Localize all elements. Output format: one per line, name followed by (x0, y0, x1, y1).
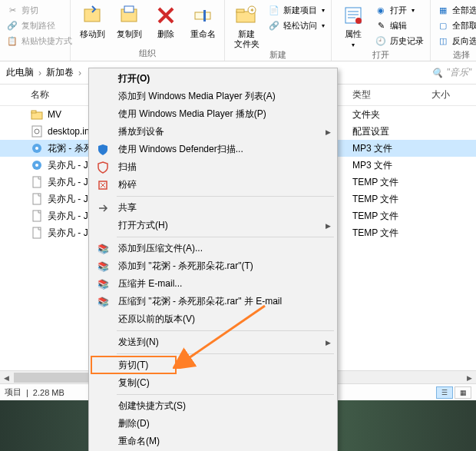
open-icon: ◉ (375, 5, 387, 17)
scroll-right-icon[interactable]: ▶ (463, 371, 476, 384)
select-group-label: 选择 (434, 49, 476, 62)
cm-open[interactable]: 打开(O) (91, 70, 336, 88)
cm-send-to[interactable]: 发送到(N)▶ (91, 333, 336, 351)
chevron-right-icon: ▶ (326, 222, 331, 230)
cm-previous-versions[interactable]: 还原以前的版本(V) (91, 310, 336, 328)
properties-button[interactable]: 属性▾ (335, 2, 372, 51)
cm-create-shortcut[interactable]: 创建快捷方式(S) (91, 397, 336, 415)
history-button[interactable]: 🕘历史记录 (373, 34, 425, 48)
file-type-icon (31, 176, 43, 188)
separator (117, 196, 334, 197)
file-type-cell: MP3 文件 (342, 157, 476, 174)
select-all-label: 全部选择 (452, 5, 476, 16)
cm-copy[interactable]: 复制(C) (91, 374, 336, 392)
breadcrumb-pc[interactable]: 此电脑 (5, 66, 35, 79)
invert-selection-button[interactable]: ◫反向选择 (435, 34, 476, 48)
cm-add-wmp[interactable]: 添加到 Windows Media Player 列表(A) (91, 88, 336, 105)
select-none-label: 全部取消 (452, 20, 476, 32)
column-size[interactable]: 大小 (430, 88, 476, 101)
cm-shred[interactable]: 粉碎 (91, 176, 336, 194)
move-to-label: 移动到 (80, 29, 105, 39)
copy-to-icon (117, 3, 141, 28)
new-item-label: 新建项目 (283, 5, 317, 16)
invert-label: 反向选择 (452, 35, 476, 47)
select-none-button[interactable]: ▢全部取消 (435, 18, 476, 33)
cm-play-wmp[interactable]: 使用 Windows Media Player 播放(P) (91, 105, 336, 123)
delete-button[interactable]: 删除 (147, 2, 184, 41)
separator (117, 330, 334, 331)
rar-icon: 📚 (95, 259, 111, 274)
ribbon-group-open: 属性▾ ◉打开▾ ✎编辑 🕘历史记录 打开 (332, 0, 431, 61)
ribbon: ✂剪切 🔗复制路径 📋粘贴快捷方式 移动到 复制到 删除 重命名 (0, 0, 476, 61)
rename-button[interactable]: 重命名 (184, 2, 221, 41)
cm-share[interactable]: 共享 (91, 199, 336, 217)
svg-point-10 (355, 18, 362, 24)
breadcrumb-volume[interactable]: 新加卷 (45, 66, 75, 79)
cm-open-with[interactable]: 打开方式(H)▶ (91, 217, 336, 234)
shred-icon (95, 177, 111, 193)
file-type-cell: TEMP 文件 (342, 174, 476, 191)
ribbon-group-clipboard: ✂剪切 🔗复制路径 📋粘贴快捷方式 (0, 0, 71, 61)
scissors-icon: ✂ (6, 5, 18, 17)
new-folder-button[interactable]: ✦ 新建 文件夹 (228, 2, 265, 51)
column-type[interactable]: 类型 (342, 88, 430, 101)
scroll-left-icon[interactable]: ◀ (0, 371, 13, 384)
file-type-icon (31, 108, 43, 121)
copy-path-label: 复制路径 (21, 20, 55, 32)
cm-add-archive[interactable]: 📚添加到压缩文件(A)... (91, 240, 336, 257)
ribbon-group-organize: 移动到 复制到 删除 重命名 组织 (71, 0, 225, 61)
svg-rect-3 (195, 12, 210, 19)
chevron-right-icon: ▶ (326, 128, 331, 136)
easy-access-button[interactable]: 🔗轻松访问▾ (266, 18, 326, 33)
shield-scan-icon (95, 160, 111, 175)
paste-shortcut-icon: 📋 (6, 35, 18, 48)
cm-compress-email[interactable]: 📚压缩并 E-mail... (91, 275, 336, 293)
cm-cast[interactable]: 播放到设备▶ (91, 123, 336, 141)
view-details-button[interactable]: ☰ (436, 386, 453, 399)
search-box[interactable]: 🔍 "音乐" (431, 66, 471, 79)
view-icons-button[interactable]: ▦ (455, 386, 471, 399)
chevron-right-icon: ▶ (326, 339, 331, 347)
cm-add-to-rar[interactable]: 📚添加到 "花粥 - 杀死那朵花.rar"(T) (91, 257, 336, 275)
history-icon: 🕘 (375, 35, 387, 48)
context-menu: 打开(O) 添加到 Windows Media Player 列表(A) 使用 … (88, 68, 338, 451)
svg-rect-21 (33, 211, 41, 221)
separator (117, 353, 334, 354)
paste-shortcut-button[interactable]: 📋粘贴快捷方式 (5, 34, 74, 48)
cm-cut[interactable]: 剪切(T) (91, 356, 336, 374)
properties-icon (341, 3, 365, 28)
cut-button[interactable]: ✂剪切 (5, 3, 74, 18)
file-type-cell: TEMP 文件 (342, 191, 476, 207)
history-label: 历史记录 (390, 35, 424, 47)
svg-rect-0 (84, 9, 100, 22)
select-all-icon: ▦ (437, 5, 449, 17)
cm-defender[interactable]: 使用 Windows Defender扫描... (91, 141, 336, 158)
cm-compress-rar-email[interactable]: 📚压缩到 "花粥 - 杀死那朵花.rar" 并 E-mail (91, 293, 336, 310)
file-type-cell: 配置设置 (342, 123, 476, 140)
edit-icon: ✎ (375, 20, 387, 32)
open-label: 打开 (390, 5, 407, 16)
cm-rename[interactable]: 重命名(M) (91, 433, 336, 450)
cut-label: 剪切 (21, 5, 38, 16)
cm-scan[interactable]: 扫描 (91, 158, 336, 176)
rename-icon (190, 3, 215, 28)
edit-button[interactable]: ✎编辑 (373, 18, 425, 33)
rename-label: 重命名 (190, 29, 216, 39)
move-to-button[interactable]: 移动到 (74, 2, 111, 41)
open-button[interactable]: ◉打开▾ (373, 3, 425, 18)
file-type-cell: TEMP 文件 (342, 224, 476, 241)
new-item-button[interactable]: 📄新建项目▾ (266, 3, 326, 18)
new-folder-icon: ✦ (234, 3, 259, 28)
easy-access-icon: 🔗 (268, 20, 280, 32)
paste-shortcut-label: 粘贴快捷方式 (21, 35, 72, 47)
select-all-button[interactable]: ▦全部选择 (435, 3, 476, 18)
separator (117, 237, 334, 237)
file-type-cell: TEMP 文件 (342, 207, 476, 224)
status-size: 2.28 MB (33, 388, 64, 397)
chevron-right-icon: › (75, 68, 84, 78)
copy-to-label: 复制到 (117, 29, 142, 39)
rar-icon: 📚 (95, 241, 111, 257)
copy-to-button[interactable]: 复制到 (111, 2, 147, 41)
cm-delete[interactable]: 删除(D) (91, 415, 336, 433)
copy-path-button[interactable]: 🔗复制路径 (5, 18, 74, 33)
